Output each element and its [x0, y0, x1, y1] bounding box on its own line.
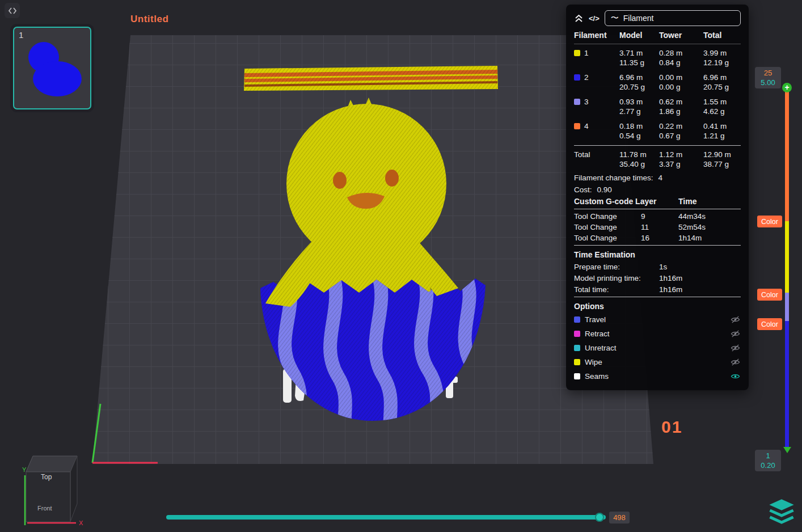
- color-change-badge[interactable]: Color: [757, 216, 782, 227]
- eye-icon: [731, 343, 740, 353]
- view-cube-top-face[interactable]: [26, 456, 77, 472]
- time-estimation-row: Total time: 1h16m: [574, 284, 741, 295]
- time-estimation-header: Time Estimation: [574, 247, 741, 261]
- view-mode-label: Filament: [623, 14, 654, 23]
- travel-swatch: [574, 316, 580, 323]
- unretract-visibility-toggle[interactable]: [731, 343, 741, 353]
- filament-change-times: Filament change times: 4: [574, 172, 741, 184]
- time-estimation-row: Model printing time: 1h16m: [574, 272, 741, 284]
- layer-slider-bottom-handle[interactable]: [783, 447, 791, 453]
- filament-1-swatch: [574, 50, 580, 56]
- unretract-swatch: [574, 345, 580, 351]
- eye-icon: [731, 357, 740, 367]
- add-color-change-button[interactable]: +: [782, 83, 792, 92]
- filament-row: 3 0.93 m2.77 g 0.62 m1.86 g 1.55 m4.62 g: [574, 95, 741, 119]
- option-retract: Retract: [574, 327, 741, 341]
- layer-segment-yellow: [785, 221, 789, 293]
- plate-thumbnail-number: 1: [19, 30, 23, 40]
- gcode-row: Tool Change 9 44m34s: [574, 211, 741, 222]
- layer-segment-blue: [785, 321, 789, 451]
- seams-swatch: [574, 373, 580, 379]
- y-axis-label: Y: [22, 466, 27, 473]
- gcode-row: Tool Change 11 52m54s: [574, 222, 741, 233]
- filament-2-swatch: [574, 74, 580, 81]
- wipe-visibility-toggle[interactable]: [731, 357, 741, 368]
- retract-swatch: [574, 331, 580, 337]
- gcode-view-button[interactable]: </>: [589, 14, 600, 23]
- option-travel: Travel: [574, 313, 741, 327]
- move-slider-track[interactable]: [166, 515, 606, 520]
- option-wipe: Wipe: [574, 355, 741, 369]
- seams-visibility-toggle[interactable]: [731, 371, 741, 382]
- filament-stats-panel: </> 〜 Filament Filament Model Tower Tota…: [566, 5, 749, 390]
- color-change-badge[interactable]: Color: [757, 318, 782, 330]
- plate-thumbnail[interactable]: 1: [13, 27, 91, 109]
- move-slider-value: 498: [609, 512, 630, 523]
- layers-logo-icon: [767, 498, 796, 525]
- layer-segment-purple: [785, 293, 789, 321]
- retract-visibility-toggle[interactable]: [731, 329, 741, 339]
- col-tower: Tower: [659, 29, 703, 42]
- collapse-panel-button[interactable]: [574, 14, 584, 23]
- color-change-badge[interactable]: Color: [757, 289, 782, 301]
- view-cube-front-label: Front: [37, 505, 52, 512]
- project-title: Untitled: [130, 14, 168, 25]
- wave-icon: 〜: [611, 13, 619, 23]
- gcode-section-header: Custom G-code Layer Time: [574, 196, 741, 207]
- travel-visibility-toggle[interactable]: [731, 315, 741, 325]
- filament-4-swatch: [574, 123, 580, 129]
- filament-row: 4 0.18 m0.54 g 0.22 m0.67 g 0.41 m1.21 g: [574, 119, 741, 143]
- filament-3-swatch: [574, 99, 580, 105]
- view-mode-dropdown[interactable]: 〜 Filament: [605, 10, 741, 26]
- panel-collapse-icon: [8, 7, 17, 15]
- move-slider-handle[interactable]: [595, 513, 604, 522]
- plate-number-label: 01: [661, 417, 682, 437]
- col-filament: Filament: [574, 29, 619, 42]
- sidebar-toggle-button[interactable]: [5, 3, 20, 18]
- panel-header: </> 〜 Filament: [574, 9, 741, 27]
- layer-segment-orange: [785, 85, 789, 221]
- view-cube[interactable]: Top Front Y X: [22, 451, 90, 530]
- view-cube-top-label: Top: [41, 473, 52, 481]
- options-header: Options: [574, 299, 741, 313]
- filament-total-row: Total 11.78 m35.40 g 1.12 m3.37 g 12.90 …: [574, 147, 741, 172]
- x-axis-label: X: [79, 520, 83, 526]
- eye-icon: [731, 329, 740, 339]
- layer-slider-track[interactable]: [785, 85, 789, 451]
- plate-thumbnail-frame: 1: [10, 24, 94, 112]
- eye-icon: [731, 371, 740, 381]
- code-icon: </>: [589, 14, 600, 23]
- filament-row: 2 6.96 m20.75 g 0.00 m0.00 g 6.96 m20.75…: [574, 70, 741, 95]
- gcode-row: Tool Change 16 1h14m: [574, 233, 741, 243]
- eye-icon: [731, 315, 740, 324]
- option-unretract: Unretract: [574, 341, 741, 355]
- layer-slider-bottom-badge: 1 0.20: [755, 450, 781, 471]
- time-estimation-row: Prepare time: 1s: [574, 261, 741, 272]
- option-seams: Seams: [574, 369, 741, 383]
- filament-row: 1 3.71 m11.35 g 0.28 m0.84 g 3.99 m12.19…: [574, 46, 741, 70]
- col-model: Model: [619, 29, 659, 42]
- wipe-swatch: [574, 359, 580, 365]
- layer-slider-top-badge: 25 5.00: [755, 67, 781, 88]
- filament-table-header: Filament Model Tower Total: [574, 29, 741, 42]
- col-total: Total: [703, 29, 741, 42]
- double-chevron-up-icon: [574, 14, 584, 23]
- cost: Cost: 0.90: [574, 184, 741, 196]
- plate-thumbnail-preview: [14, 28, 90, 106]
